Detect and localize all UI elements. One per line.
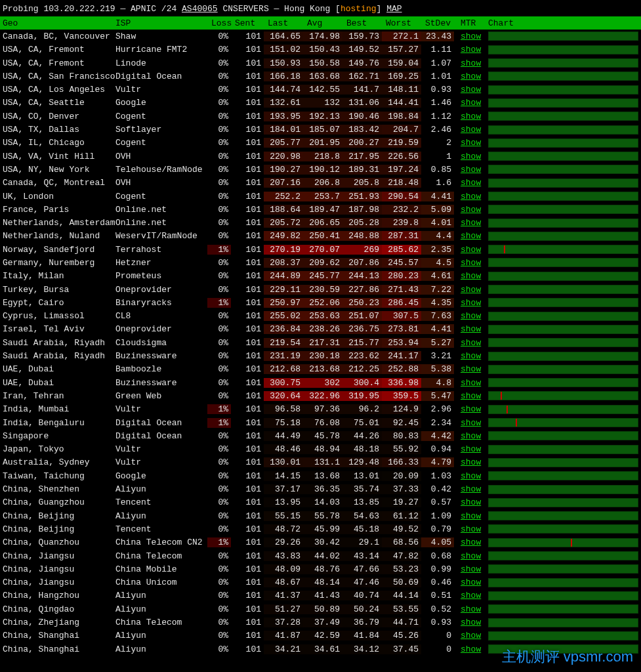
cell-loss: 0% bbox=[207, 285, 231, 295]
cell-isp: Vultr bbox=[115, 444, 207, 454]
cell-worst: 307.5 bbox=[382, 311, 421, 321]
col-worst: Worst bbox=[382, 18, 421, 28]
cell-chart bbox=[487, 270, 641, 283]
cell-loss: 0% bbox=[207, 218, 231, 228]
cell-last: 220.98 bbox=[264, 152, 303, 161]
cell-chart bbox=[487, 482, 641, 495]
table-row: UAE, DubaiBuzinessware0%101300.75302300.… bbox=[0, 376, 641, 389]
cell-worst: 50.69 bbox=[382, 578, 421, 587]
mtr-show-link[interactable]: show bbox=[461, 258, 481, 268]
mtr-show-link[interactable]: show bbox=[461, 311, 481, 321]
cell-loss: 0% bbox=[207, 391, 231, 401]
mtr-show-link[interactable]: show bbox=[461, 378, 481, 388]
col-avg: Avg bbox=[303, 18, 342, 28]
mtr-show-link[interactable]: show bbox=[461, 431, 481, 441]
mtr-show-link[interactable]: show bbox=[461, 245, 481, 255]
cell-geo: Taiwan, Taichung bbox=[3, 471, 115, 481]
mtr-show-link[interactable]: show bbox=[461, 631, 481, 640]
cell-chart bbox=[487, 443, 641, 456]
cell-best: 45.18 bbox=[342, 524, 382, 534]
mtr-show-link[interactable]: show bbox=[461, 32, 481, 41]
mtr-show-link[interactable]: show bbox=[461, 125, 481, 135]
mtr-show-link[interactable]: show bbox=[461, 192, 481, 201]
cell-last: 51.27 bbox=[264, 604, 303, 614]
mtr-show-link[interactable]: show bbox=[461, 364, 481, 374]
cell-sent: 101 bbox=[231, 564, 264, 574]
mtr-show-link[interactable]: show bbox=[461, 551, 481, 561]
cell-avg: 250.41 bbox=[303, 231, 342, 241]
cell-isp: Bamboozle bbox=[115, 364, 207, 374]
mtr-show-link[interactable]: show bbox=[461, 298, 481, 308]
mtr-show-link[interactable]: show bbox=[461, 497, 481, 507]
cell-stdev: 4.4 bbox=[421, 231, 454, 241]
cell-geo: UK, London bbox=[3, 192, 115, 201]
cell-avg: 44.02 bbox=[303, 551, 342, 561]
cell-geo: USA, CO, Denver bbox=[3, 112, 115, 121]
latency-sparkline bbox=[488, 258, 638, 267]
mtr-show-link[interactable]: show bbox=[461, 218, 481, 228]
cell-mtr: show bbox=[454, 404, 487, 414]
mtr-show-link[interactable]: show bbox=[461, 511, 481, 521]
cell-worst: 198.84 bbox=[382, 112, 421, 121]
mtr-show-link[interactable]: show bbox=[461, 338, 481, 348]
mtr-show-link[interactable]: show bbox=[461, 324, 481, 334]
cell-geo: USA, IL, Chicago bbox=[3, 138, 115, 148]
latency-sparkline bbox=[488, 591, 638, 600]
mtr-show-link[interactable]: show bbox=[461, 644, 481, 654]
mtr-show-link[interactable]: show bbox=[461, 537, 481, 547]
mtr-show-link[interactable]: show bbox=[461, 72, 481, 81]
mtr-show-link[interactable]: show bbox=[461, 471, 481, 481]
mtr-show-link[interactable]: show bbox=[461, 351, 481, 361]
mtr-show-link[interactable]: show bbox=[461, 604, 481, 614]
mtr-show-link[interactable]: show bbox=[461, 112, 481, 121]
cell-stdev: 2 bbox=[421, 138, 454, 148]
mtr-show-link[interactable]: show bbox=[461, 391, 481, 401]
cell-geo: USA, CA, San Francisco bbox=[3, 72, 115, 81]
cell-sent: 101 bbox=[231, 484, 264, 494]
asn-link[interactable]: AS40065 bbox=[182, 4, 218, 14]
mtr-show-link[interactable]: show bbox=[461, 524, 481, 534]
mtr-show-link[interactable]: show bbox=[461, 591, 481, 600]
table-row: USA, CA, FremontLinode0%101150.93150.581… bbox=[0, 56, 641, 70]
cell-loss: 0% bbox=[207, 631, 231, 640]
cell-last: 130.01 bbox=[264, 457, 303, 467]
mtr-show-link[interactable]: show bbox=[461, 418, 481, 428]
mtr-show-link[interactable]: show bbox=[461, 165, 481, 175]
cell-mtr: show bbox=[454, 591, 487, 600]
mtr-show-link[interactable]: show bbox=[461, 58, 481, 68]
mtr-show-link[interactable]: show bbox=[461, 271, 481, 281]
mtr-show-link[interactable]: show bbox=[461, 484, 481, 494]
cell-stdev: 1.03 bbox=[421, 471, 454, 481]
mtr-show-link[interactable]: show bbox=[461, 578, 481, 587]
mtr-show-link[interactable]: show bbox=[461, 618, 481, 627]
cell-best: 300.4 bbox=[342, 378, 382, 388]
cell-isp: OVH bbox=[115, 178, 207, 188]
cell-best: 162.71 bbox=[342, 72, 382, 81]
mtr-show-link[interactable]: show bbox=[461, 85, 481, 94]
cell-stdev: 0.46 bbox=[421, 578, 454, 587]
mtr-show-link[interactable]: show bbox=[461, 98, 481, 108]
table-row: USA, CA, Los AngelesVultr0%101144.74142.… bbox=[0, 83, 641, 96]
cell-last: 250.97 bbox=[264, 298, 303, 308]
mtr-show-link[interactable]: show bbox=[461, 138, 481, 148]
cell-last: 37.17 bbox=[264, 484, 303, 494]
cell-sent: 101 bbox=[231, 112, 264, 121]
mtr-show-link[interactable]: show bbox=[461, 205, 481, 215]
cell-geo: China, Zhejiang bbox=[3, 618, 115, 627]
mtr-show-link[interactable]: show bbox=[461, 231, 481, 241]
mtr-show-link[interactable]: show bbox=[461, 45, 481, 54]
map-link[interactable]: MAP bbox=[386, 4, 402, 14]
mtr-show-link[interactable]: show bbox=[461, 178, 481, 188]
cell-isp: Cogent bbox=[115, 138, 207, 148]
cell-mtr: show bbox=[454, 378, 487, 388]
cell-loss: 0% bbox=[207, 205, 231, 215]
mtr-show-link[interactable]: show bbox=[461, 457, 481, 467]
cell-worst: 336.98 bbox=[382, 378, 421, 388]
mtr-show-link[interactable]: show bbox=[461, 404, 481, 414]
cell-mtr: show bbox=[454, 457, 487, 467]
cell-mtr: show bbox=[454, 338, 487, 348]
mtr-show-link[interactable]: show bbox=[461, 152, 481, 161]
mtr-show-link[interactable]: show bbox=[461, 444, 481, 454]
mtr-show-link[interactable]: show bbox=[461, 285, 481, 295]
mtr-show-link[interactable]: show bbox=[461, 564, 481, 574]
